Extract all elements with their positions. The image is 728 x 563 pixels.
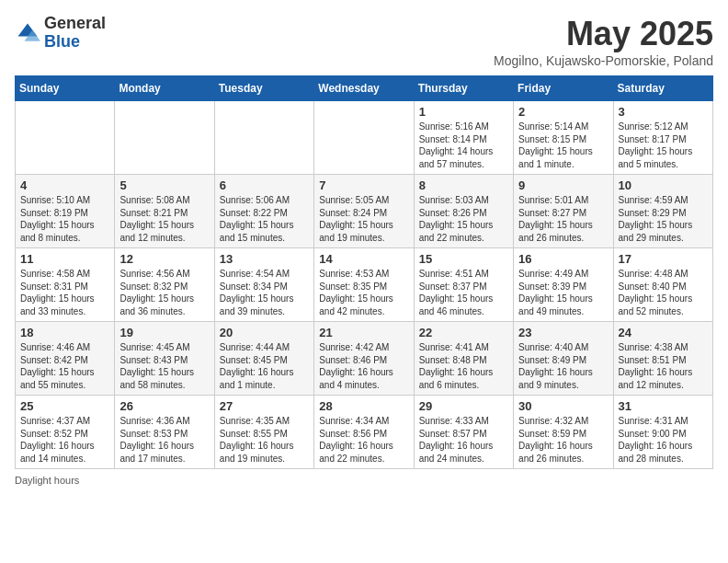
calendar-cell: 3Sunrise: 5:12 AM Sunset: 8:17 PM Daylig… <box>613 101 712 175</box>
day-number: 20 <box>220 326 309 339</box>
day-number: 3 <box>619 105 708 119</box>
calendar-cell <box>16 101 115 175</box>
calendar-cell: 25Sunrise: 4:37 AM Sunset: 8:52 PM Dayli… <box>16 396 115 469</box>
day-number: 24 <box>619 326 708 339</box>
day-info: Sunrise: 4:53 AM Sunset: 8:35 PM Dayligh… <box>319 268 408 317</box>
calendar-cell: 24Sunrise: 4:38 AM Sunset: 8:51 PM Dayli… <box>613 322 712 396</box>
calendar-table: SundayMondayTuesdayWednesdayThursdayFrid… <box>15 75 713 469</box>
day-info: Sunrise: 4:35 AM Sunset: 8:55 PM Dayligh… <box>220 415 309 465</box>
day-number: 18 <box>20 326 109 339</box>
day-info: Sunrise: 5:14 AM Sunset: 8:15 PM Dayligh… <box>518 121 608 170</box>
title-block: May 2025 Mogilno, Kujawsko-Pomorskie, Po… <box>494 15 713 68</box>
day-number: 5 <box>119 178 209 192</box>
calendar-cell: 2Sunrise: 5:14 AM Sunset: 8:15 PM Daylig… <box>514 101 613 175</box>
day-number: 31 <box>619 399 708 413</box>
day-number: 9 <box>518 178 608 192</box>
calendar-week-row: 4Sunrise: 5:10 AM Sunset: 8:19 PM Daylig… <box>16 175 713 248</box>
calendar-cell: 1Sunrise: 5:16 AM Sunset: 8:14 PM Daylig… <box>414 101 513 175</box>
calendar-cell: 28Sunrise: 4:34 AM Sunset: 8:56 PM Dayli… <box>314 396 414 469</box>
day-number: 1 <box>419 105 508 119</box>
calendar-cell: 30Sunrise: 4:32 AM Sunset: 8:59 PM Dayli… <box>514 396 613 469</box>
day-number: 8 <box>419 178 508 192</box>
day-info: Sunrise: 4:31 AM Sunset: 9:00 PM Dayligh… <box>619 415 708 465</box>
calendar-cell: 5Sunrise: 5:08 AM Sunset: 8:21 PM Daylig… <box>115 175 214 248</box>
day-number: 4 <box>20 178 109 192</box>
day-info: Sunrise: 4:56 AM Sunset: 8:32 PM Dayligh… <box>119 268 209 317</box>
calendar-cell: 21Sunrise: 4:42 AM Sunset: 8:46 PM Dayli… <box>314 322 414 396</box>
day-of-week-header: Monday <box>115 76 214 101</box>
day-number: 23 <box>518 326 608 339</box>
day-info: Sunrise: 4:59 AM Sunset: 8:29 PM Dayligh… <box>619 194 708 244</box>
day-of-week-header: Tuesday <box>214 76 313 101</box>
calendar-cell: 10Sunrise: 4:59 AM Sunset: 8:29 PM Dayli… <box>613 175 712 248</box>
day-of-week-header: Thursday <box>414 76 513 101</box>
calendar-week-row: 25Sunrise: 4:37 AM Sunset: 8:52 PM Dayli… <box>16 396 713 469</box>
day-info: Sunrise: 4:45 AM Sunset: 8:43 PM Dayligh… <box>119 341 209 391</box>
day-info: Sunrise: 5:16 AM Sunset: 8:14 PM Dayligh… <box>419 121 508 170</box>
day-number: 25 <box>20 399 109 413</box>
calendar-cell <box>214 101 313 175</box>
calendar-cell: 18Sunrise: 4:46 AM Sunset: 8:42 PM Dayli… <box>16 322 115 396</box>
day-info: Sunrise: 4:32 AM Sunset: 8:59 PM Dayligh… <box>518 415 608 465</box>
day-of-week-header: Friday <box>514 76 613 101</box>
day-number: 21 <box>319 326 408 339</box>
calendar-cell: 26Sunrise: 4:36 AM Sunset: 8:53 PM Dayli… <box>115 396 214 469</box>
logo-text: General Blue <box>44 15 106 52</box>
day-number: 17 <box>619 252 708 266</box>
calendar-subtitle: Mogilno, Kujawsko-Pomorskie, Poland <box>494 53 713 68</box>
day-info: Sunrise: 4:58 AM Sunset: 8:31 PM Dayligh… <box>20 268 109 317</box>
day-info: Sunrise: 4:33 AM Sunset: 8:57 PM Dayligh… <box>419 415 508 465</box>
day-number: 13 <box>220 252 309 266</box>
day-number: 2 <box>518 105 608 119</box>
day-number: 19 <box>119 326 209 339</box>
calendar-cell: 13Sunrise: 4:54 AM Sunset: 8:34 PM Dayli… <box>214 248 313 322</box>
calendar-week-row: 18Sunrise: 4:46 AM Sunset: 8:42 PM Dayli… <box>16 322 713 396</box>
day-info: Sunrise: 4:48 AM Sunset: 8:40 PM Dayligh… <box>619 268 708 317</box>
logo-blue: Blue <box>44 33 106 52</box>
day-number: 11 <box>20 252 109 266</box>
calendar-cell: 17Sunrise: 4:48 AM Sunset: 8:40 PM Dayli… <box>613 248 712 322</box>
day-number: 16 <box>518 252 608 266</box>
day-info: Sunrise: 4:40 AM Sunset: 8:49 PM Dayligh… <box>518 341 608 391</box>
day-info: Sunrise: 4:36 AM Sunset: 8:53 PM Dayligh… <box>119 415 209 465</box>
day-number: 27 <box>220 399 309 413</box>
calendar-cell: 29Sunrise: 4:33 AM Sunset: 8:57 PM Dayli… <box>414 396 513 469</box>
calendar-cell: 22Sunrise: 4:41 AM Sunset: 8:48 PM Dayli… <box>414 322 513 396</box>
calendar-cell: 4Sunrise: 5:10 AM Sunset: 8:19 PM Daylig… <box>16 175 115 248</box>
day-info: Sunrise: 5:03 AM Sunset: 8:26 PM Dayligh… <box>419 194 508 244</box>
calendar-cell <box>115 101 214 175</box>
day-number: 7 <box>319 178 408 192</box>
day-number: 10 <box>619 178 708 192</box>
calendar-cell: 20Sunrise: 4:44 AM Sunset: 8:45 PM Dayli… <box>214 322 313 396</box>
calendar-week-row: 11Sunrise: 4:58 AM Sunset: 8:31 PM Dayli… <box>16 248 713 322</box>
day-info: Sunrise: 5:06 AM Sunset: 8:22 PM Dayligh… <box>220 194 309 244</box>
calendar-cell: 12Sunrise: 4:56 AM Sunset: 8:32 PM Dayli… <box>115 248 214 322</box>
calendar-title: May 2025 <box>494 15 713 53</box>
calendar-cell: 9Sunrise: 5:01 AM Sunset: 8:27 PM Daylig… <box>514 175 613 248</box>
calendar-week-row: 1Sunrise: 5:16 AM Sunset: 8:14 PM Daylig… <box>16 101 713 175</box>
page-header: General Blue May 2025 Mogilno, Kujawsko-… <box>15 15 713 68</box>
day-info: Sunrise: 4:44 AM Sunset: 8:45 PM Dayligh… <box>220 341 309 391</box>
calendar-cell: 8Sunrise: 5:03 AM Sunset: 8:26 PM Daylig… <box>414 175 513 248</box>
calendar-cell: 6Sunrise: 5:06 AM Sunset: 8:22 PM Daylig… <box>214 175 313 248</box>
day-info: Sunrise: 4:37 AM Sunset: 8:52 PM Dayligh… <box>20 415 109 465</box>
day-info: Sunrise: 4:34 AM Sunset: 8:56 PM Dayligh… <box>319 415 408 465</box>
calendar-header-row: SundayMondayTuesdayWednesdayThursdayFrid… <box>16 76 713 101</box>
day-number: 28 <box>319 399 408 413</box>
day-info: Sunrise: 4:41 AM Sunset: 8:48 PM Dayligh… <box>419 341 508 391</box>
day-of-week-header: Sunday <box>16 76 115 101</box>
day-info: Sunrise: 5:05 AM Sunset: 8:24 PM Dayligh… <box>319 194 408 244</box>
calendar-cell: 14Sunrise: 4:53 AM Sunset: 8:35 PM Dayli… <box>314 248 414 322</box>
logo-general: General <box>44 15 106 33</box>
day-of-week-header: Saturday <box>613 76 712 101</box>
day-info: Sunrise: 4:49 AM Sunset: 8:39 PM Dayligh… <box>518 268 608 317</box>
day-info: Sunrise: 4:54 AM Sunset: 8:34 PM Dayligh… <box>220 268 309 317</box>
logo-icon <box>15 20 40 46</box>
day-info: Sunrise: 4:38 AM Sunset: 8:51 PM Dayligh… <box>619 341 708 391</box>
day-info: Sunrise: 4:42 AM Sunset: 8:46 PM Dayligh… <box>319 341 408 391</box>
day-info: Sunrise: 4:46 AM Sunset: 8:42 PM Dayligh… <box>20 341 109 391</box>
day-number: 30 <box>518 399 608 413</box>
day-of-week-header: Wednesday <box>314 76 414 101</box>
day-number: 22 <box>419 326 508 339</box>
day-info: Sunrise: 5:12 AM Sunset: 8:17 PM Dayligh… <box>619 121 708 170</box>
